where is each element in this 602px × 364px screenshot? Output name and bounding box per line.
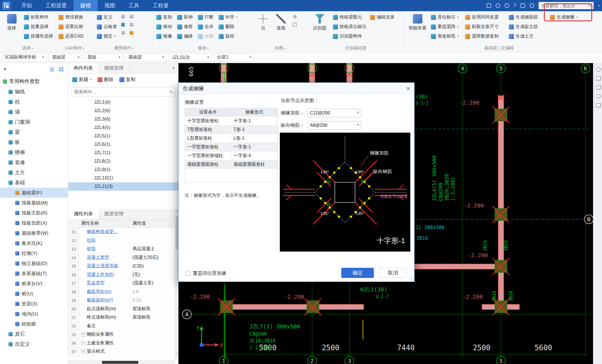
- floor-select[interactable]: 基础层: [49, 53, 82, 62]
- ribbon-item[interactable]: 原位标注: [430, 13, 463, 22]
- property-value[interactable]: [131, 322, 178, 330]
- longitudinal-rebar-select[interactable]: A8@200: [307, 121, 361, 130]
- ribbon-item[interactable]: 偏移: [176, 32, 194, 41]
- tree-item[interactable]: 条形基础(T): [0, 268, 68, 278]
- tree-item[interactable]: 独立基础(D): [0, 258, 68, 268]
- haunch-table-row[interactable]: T型遇矩形柱 T形-1: [185, 125, 278, 134]
- smart-layout-button[interactable]: 智能布置: [407, 13, 429, 44]
- tree-item[interactable]: 轴线: [0, 87, 68, 97]
- property-value[interactable]: 商品混凝土: [131, 245, 178, 253]
- tree-item[interactable]: 基础: [0, 178, 68, 188]
- ribbon-item[interactable]: 旋转: [218, 32, 239, 41]
- member-list-item[interactable]: JZL3(6): [68, 115, 178, 123]
- member-list-item[interactable]: JZL10(1): [68, 174, 178, 182]
- ribbon-item[interactable]: 锁定: [96, 32, 118, 41]
- property-value[interactable]: 1.6: [131, 288, 178, 296]
- member-list-item[interactable]: JZL5(1): [68, 132, 178, 140]
- ribbon-item[interactable]: 识别梁构件: [332, 32, 368, 41]
- haunch-table-row[interactable]: 十字型遇矩形柱 十字形-1: [185, 117, 278, 125]
- close-icon[interactable]: ✕: [406, 86, 410, 92]
- ribbon-item[interactable]: 按属性选择: [23, 32, 54, 41]
- ribbon-item[interactable]: 删除: [218, 22, 239, 31]
- tree-item[interactable]: 装修: [0, 157, 68, 167]
- member-list-item[interactable]: JZL4(5): [68, 123, 178, 132]
- member-list-item[interactable]: JZL8(2): [68, 157, 178, 165]
- tree-item[interactable]: 桩(U): [0, 289, 68, 299]
- tree-item[interactable]: 柱: [0, 97, 68, 107]
- expand-icon[interactable]: +: [81, 332, 85, 337]
- ribbon-item[interactable]: 还原CAD: [57, 32, 85, 41]
- property-value[interactable]: 0.15: [131, 296, 178, 305]
- haunch-table-row[interactable]: 基础梁遇圆形柱 基础梁遇圆形柱: [185, 160, 278, 169]
- horizontal-scrollbar[interactable]: [68, 360, 175, 364]
- expand-icon[interactable]: +: [81, 349, 85, 354]
- ribbon-item[interactable]: 应用到同名梁: [464, 13, 507, 22]
- compass-icon[interactable]: [594, 92, 601, 99]
- tree-item[interactable]: 筏板主筋(R): [0, 208, 68, 218]
- ribbon-item[interactable]: 定义: [96, 13, 118, 22]
- layer-select[interactable]: 分层1: [214, 53, 254, 62]
- resize-grip[interactable]: [409, 277, 413, 281]
- menu-tab[interactable]: 建模: [74, 0, 98, 11]
- orbit-view-icon[interactable]: [594, 65, 601, 72]
- copy-member-button[interactable]: 复制: [119, 76, 136, 83]
- common-tool-icon[interactable]: [119, 13, 127, 20]
- property-value[interactable]: [131, 228, 178, 236]
- rect-tool-icon[interactable]: [291, 21, 298, 28]
- cancel-button[interactable]: 取消: [379, 268, 406, 278]
- member-list-item[interactable]: JZL1(6): [68, 98, 178, 107]
- haunch-table-row[interactable]: 一字型遇矩形柱 一字形-1: [185, 143, 278, 151]
- ribbon-item[interactable]: 合并: [197, 22, 215, 31]
- layers-icon[interactable]: [594, 101, 601, 108]
- override-checkbox[interactable]: 覆盖同位置加腋: [186, 270, 226, 277]
- haunch-rebar-select[interactable]: C12@200: [307, 109, 361, 117]
- property-value[interactable]: (混凝土20石): [131, 254, 178, 262]
- message-icon[interactable]: [505, 3, 509, 8]
- point-tool-button[interactable]: 点: [255, 13, 271, 44]
- tree-item[interactable]: 柱墩(Y): [0, 248, 68, 258]
- common-tool-icon[interactable]: [128, 29, 135, 36]
- tab-drawing-management[interactable]: 图纸管理: [99, 63, 129, 73]
- favorite-icon[interactable]: ✦: [3, 66, 7, 72]
- ribbon-item[interactable]: 梁跨数据复制: [464, 32, 507, 41]
- tree-item[interactable]: 垫层(X): [0, 299, 68, 309]
- element-type-select[interactable]: 基础梁: [125, 53, 167, 62]
- tree-item[interactable]: 集水坑(K): [0, 238, 68, 248]
- delete-member-button[interactable]: 删除: [97, 76, 114, 83]
- line-tool-button[interactable]: 直线: [272, 13, 290, 44]
- project-select[interactable]: 区国际网球学校: [2, 53, 47, 62]
- checkbox[interactable]: [186, 271, 191, 276]
- menu-tab[interactable]: 工程设置: [39, 0, 74, 11]
- box-select-icon[interactable]: [594, 83, 601, 90]
- close-icon[interactable]: ✕: [172, 65, 175, 71]
- property-value[interactable]: (无): [131, 271, 178, 279]
- list-view-icon[interactable]: [49, 66, 55, 72]
- ribbon-item[interactable]: 批量选择: [23, 22, 54, 31]
- ribbon-item[interactable]: 重提梁跨: [430, 22, 463, 31]
- select-button[interactable]: 选择: [2, 13, 22, 44]
- bell-icon[interactable]: [496, 3, 500, 8]
- ribbon-item[interactable]: 拾取构件: [23, 13, 54, 22]
- property-value[interactable]: 层顶标高: [131, 313, 178, 322]
- category-select[interactable]: 基础: [84, 53, 123, 62]
- ribbon-item[interactable]: 分割: [197, 32, 215, 41]
- ribbon-item[interactable]: 打断: [197, 13, 215, 22]
- new-member-button[interactable]: 新建▾: [72, 76, 92, 83]
- ribbon-item[interactable]: 校核原位标注: [332, 22, 368, 31]
- expand-icon[interactable]: +: [81, 341, 85, 345]
- member-list-item[interactable]: JZL6(1): [68, 140, 178, 149]
- ribbon-item[interactable]: 镜像: [155, 32, 173, 41]
- ribbon-item[interactable]: 生成架立筋: [508, 22, 548, 31]
- help-search-input[interactable]: [539, 2, 594, 9]
- tree-item[interactable]: 地沟(G): [0, 309, 68, 319]
- tab-property-list[interactable]: 属性列表: [68, 209, 99, 219]
- circle-tool-icon[interactable]: [291, 13, 298, 20]
- ok-button[interactable]: 确定: [341, 268, 374, 278]
- collaborate-icon[interactable]: [487, 3, 491, 8]
- ribbon-item[interactable]: 复制: [155, 13, 173, 22]
- common-tool-icon[interactable]: [119, 29, 127, 36]
- common-tool-icon[interactable]: [128, 13, 135, 20]
- menu-tab[interactable]: 视图: [98, 0, 122, 11]
- tree-item[interactable]: 桩承台(V): [0, 278, 68, 289]
- generate-haunch-button[interactable]: 生成侧腋: [549, 13, 579, 22]
